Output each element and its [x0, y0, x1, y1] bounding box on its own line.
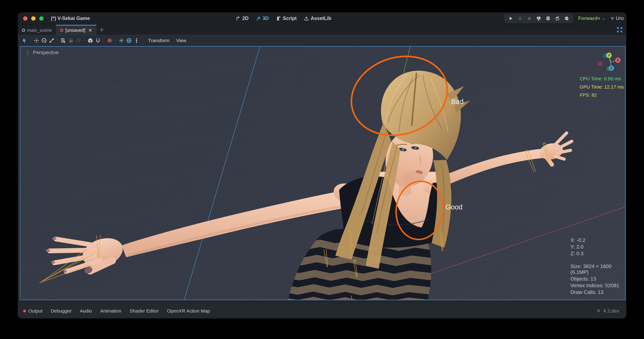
camera-preview-button[interactable] — [106, 37, 114, 44]
assetlib-download-icon — [304, 16, 309, 21]
title-bar: (*) V-Sekai Game 2D 3D Script AssetLib — [18, 12, 626, 25]
character-model — [46, 71, 572, 300]
move-tool-button[interactable] — [33, 37, 40, 44]
close-window-button[interactable] — [23, 16, 28, 20]
tab-script[interactable]: Script — [276, 16, 297, 21]
play-custom-scene-button[interactable] — [546, 16, 550, 21]
gpu-time-readout: GPU Time: 12.17 ms — [580, 84, 624, 90]
version-label: 4.2.dev — [603, 308, 619, 314]
3d-icon — [256, 16, 261, 21]
preview-environment-button[interactable] — [125, 37, 133, 44]
axis-x-label: X — [617, 58, 619, 62]
toolbar-separator — [57, 37, 58, 44]
viewport-menu[interactable]: ⋮ Perspective — [25, 50, 59, 56]
toolbar-separator — [142, 37, 142, 44]
output-notification-dot — [23, 310, 26, 312]
bottom-tab-animation[interactable]: Animation — [100, 308, 122, 314]
scale-tool-button[interactable] — [48, 37, 56, 44]
view-menu[interactable]: View — [176, 38, 186, 43]
spatial-toolbar: Transform View — [18, 35, 626, 46]
scene-tab-bar: main_scene [unsaved] ✕ + — [18, 25, 626, 35]
uro-account-menu[interactable]: Uro — [610, 16, 624, 21]
bottom-tab-audio[interactable]: Audio — [80, 308, 92, 314]
viewport-3d[interactable]: ⋮ Perspective Y X Z CPU Time: 0.50 ms GP… — [20, 46, 626, 300]
film-reel-icon[interactable] — [564, 16, 569, 21]
local-space-button[interactable] — [86, 37, 94, 44]
scene-tab-unsaved[interactable]: [unsaved] ✕ — [56, 25, 96, 35]
orientation-gizmo[interactable]: Y X Z — [590, 47, 626, 80]
bottom-tab-openxr-action-map[interactable]: OpenXR Action Map — [167, 308, 210, 314]
add-scene-tab-button[interactable]: + — [96, 25, 107, 35]
toolbar-separator — [84, 37, 84, 44]
desktop: (*) V-Sekai Game 2D 3D Script AssetLib — [0, 0, 644, 339]
stat-size: Size: 3824 × 1600 (6.1MP) — [570, 264, 625, 275]
snap-toggle-button[interactable] — [94, 37, 102, 44]
scene-icon — [60, 29, 63, 32]
tab-2d[interactable]: 2D — [236, 16, 249, 21]
close-tab-icon[interactable]: ✕ — [88, 28, 92, 33]
transform-menu[interactable]: Transform — [148, 38, 170, 43]
editor-main-screen-switcher: 2D 3D Script AssetLib — [236, 12, 331, 24]
view-options-menu-button[interactable] — [133, 37, 140, 44]
window-controls — [23, 16, 44, 20]
axis-z-label: Z — [610, 66, 612, 70]
stat-objects: Objects: 13 — [570, 276, 596, 282]
cpu-time-readout: CPU Time: 0.50 ms — [580, 76, 621, 82]
playbar: Forward+ ⌄ Uro — [504, 12, 624, 24]
zoom-window-button[interactable] — [39, 16, 44, 20]
toolbar-separator — [115, 37, 116, 44]
rotate-tool-button[interactable] — [40, 37, 48, 44]
bottom-tab-debugger[interactable]: Debugger — [51, 308, 72, 314]
expand-viewport-button[interactable] — [616, 26, 623, 34]
stat-draw-calls: Draw Calls: 13 — [570, 289, 604, 295]
uro-logo-icon — [610, 16, 614, 20]
stat-y: Y: 2.0 — [570, 244, 584, 250]
group-selected-button[interactable] — [75, 37, 82, 44]
stat-z: Z: 0.3 — [570, 250, 584, 256]
bell-icon[interactable] — [596, 308, 601, 313]
2d-icon — [236, 16, 240, 21]
axis-line-blue — [184, 46, 260, 300]
pause-button[interactable] — [518, 16, 522, 21]
stat-vertex-indices: Vertex Indices: 52081 — [570, 282, 619, 288]
tab-assetlib[interactable]: AssetLib — [304, 16, 331, 21]
annotation-label-bad: Bad — [451, 98, 464, 106]
annotation-label-good: Good — [446, 203, 462, 211]
axis-neg-x-ball[interactable] — [598, 61, 602, 66]
lock-selected-button[interactable] — [67, 37, 75, 44]
renderer-selector[interactable]: Forward+ ⌄ — [578, 16, 605, 21]
scene-icon — [22, 29, 25, 32]
movie-maker-button[interactable] — [555, 16, 560, 21]
axis-y-label: Y — [608, 54, 610, 57]
godot-editor-window: (*) V-Sekai Game 2D 3D Script AssetLib — [18, 12, 626, 318]
list-select-button[interactable] — [60, 37, 67, 44]
window-title: (*) V-Sekai Game — [51, 16, 90, 21]
bottom-tab-output[interactable]: Output — [28, 308, 42, 314]
drag-handle-icon: ⋮ — [25, 50, 30, 55]
fps-readout: FPS: 82 — [580, 92, 597, 98]
stop-button[interactable] — [527, 16, 532, 21]
select-tool-button[interactable] — [21, 37, 28, 44]
preview-sunlight-button[interactable] — [118, 37, 125, 44]
toolbar-separator — [30, 37, 31, 44]
view-mode-label: Perspective — [33, 50, 59, 56]
scene-tab-main-scene[interactable]: main_scene — [18, 25, 56, 35]
expand-icon — [616, 26, 623, 33]
play-controls — [504, 14, 573, 23]
stat-x: X: -0.2 — [570, 237, 585, 243]
bottom-panel: Output Debugger Audio Animation Shader E… — [18, 303, 626, 318]
bottom-tab-shader-editor[interactable]: Shader Editor — [130, 308, 158, 314]
minimize-window-button[interactable] — [31, 16, 36, 20]
scene-render — [20, 46, 625, 300]
play-scene-button[interactable] — [536, 16, 541, 21]
tab-3d[interactable]: 3D — [256, 16, 269, 21]
chevron-down-icon: ⌄ — [602, 16, 605, 20]
toolbar-separator — [104, 37, 104, 44]
script-icon — [276, 16, 281, 21]
play-button[interactable] — [508, 16, 513, 21]
